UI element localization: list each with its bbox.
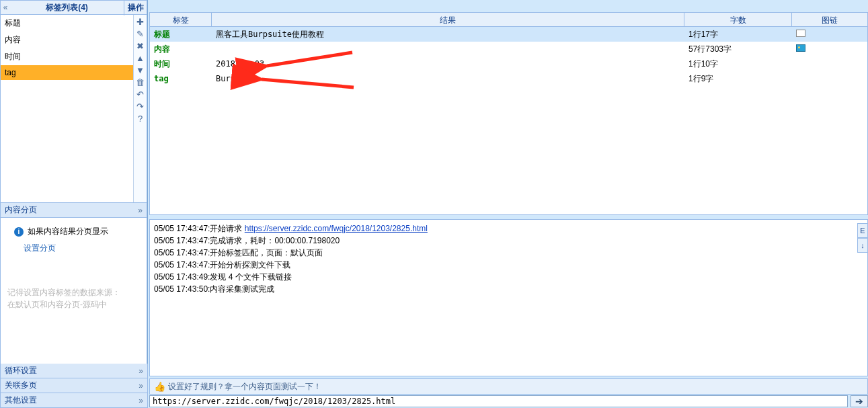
log-line: 05/05 17:43:47:开始标签匹配，页面：默认页面 [154, 247, 863, 259]
thumbs-up-icon: 👍 [154, 381, 165, 392]
move-down-icon[interactable]: ▼ [135, 65, 146, 75]
result-row-time[interactable]: 时间 2018-12-03 1行10字 [150, 56, 867, 71]
hint-line1: 记得设置内容标签的数据来源： [7, 286, 140, 298]
content-page-title: 内容分页 [5, 204, 37, 216]
row-label: 时间 [150, 58, 212, 70]
chevron-down-icon: » [138, 206, 143, 215]
tags-panel: « 标签列表(4) 操作 标题 内容 时间 tag ✚ ✎ ✖ ▲ ▼ 🗑 [0, 0, 147, 203]
redo-icon[interactable]: ↷ [135, 101, 146, 112]
ops-header: 操作 [124, 0, 147, 15]
results-body: 标题 黑客工具Burpsuite使用教程 1行17字 内容 57行7303字 时… [149, 27, 868, 215]
tag-item-time[interactable]: 时间 [1, 48, 133, 65]
row-count: 1行17字 [684, 29, 792, 40]
tag-item-content[interactable]: 内容 [1, 32, 133, 48]
row-label: tag [150, 74, 212, 83]
content-page-hint: 记得设置内容标签的数据来源： 在默认页和内容分页-源码中 [7, 286, 140, 311]
row-label: 标题 [150, 29, 212, 40]
chain-image-icon [796, 44, 805, 52]
row-result: 黑客工具Burpsuite使用教程 [212, 29, 684, 40]
footer-hint-bar: 👍 设置好了规则？拿一个内容页面测试一下！ [149, 378, 868, 395]
row-chain [792, 30, 867, 39]
side-btn-e[interactable]: E [857, 223, 868, 238]
col-count: 字数 [684, 13, 792, 26]
footer-text: 设置好了规则？拿一个内容页面测试一下！ [168, 381, 321, 393]
relate-title: 关联多页 [5, 380, 37, 391]
other-title: 其他设置 [5, 395, 37, 406]
tag-item-tag[interactable]: tag [1, 65, 133, 80]
log-line: 05/05 17:43:47:开始分析探测文件下载 [154, 259, 863, 271]
info-icon: i [14, 227, 24, 237]
loop-title: 循环设置 [5, 365, 37, 376]
row-result: Burpsuite [212, 74, 684, 83]
log-line: 05/05 17:43:49:发现 4 个文件下载链接 [154, 271, 863, 283]
row-count: 57行7303字 [684, 44, 792, 55]
col-chain: 图链 [792, 13, 867, 26]
tag-list: 标题 内容 时间 tag [1, 15, 133, 202]
content-page-text: 如果内容结果分页显示 [28, 226, 108, 237]
set-paging-link[interactable]: 设置分页 [24, 243, 140, 254]
chain-blank-icon [796, 30, 805, 37]
move-up-icon[interactable]: ▲ [135, 52, 146, 63]
log-line: 05/05 17:43:47:开始请求 https://server.zzidc… [154, 222, 863, 235]
ops-column: ✚ ✎ ✖ ▲ ▼ 🗑 ↶ ↷ ? [133, 15, 147, 202]
tag-item-title[interactable]: 标题 [1, 15, 133, 32]
edit-icon[interactable]: ✎ [135, 28, 146, 39]
row-label: 内容 [150, 44, 212, 55]
log-text: 05/05 17:43:47:开始请求 [154, 224, 245, 233]
relate-pages-header[interactable]: 关联多页 » [0, 378, 148, 393]
content-page-header[interactable]: 内容分页 » [0, 203, 147, 218]
help-icon[interactable]: ? [135, 113, 146, 124]
undo-icon[interactable]: ↶ [135, 89, 146, 99]
hint-line2: 在默认页和内容分页-源码中 [7, 298, 140, 311]
tags-panel-header: « 标签列表(4) 操作 [0, 0, 147, 15]
url-bar: ➔ [149, 395, 868, 408]
row-result: 2018-12-03 [212, 59, 684, 69]
delete-icon[interactable]: ✖ [135, 40, 146, 51]
side-buttons: E ↓ [857, 223, 868, 253]
other-settings-header[interactable]: 其他设置 » [0, 393, 148, 408]
results-header: 标签 结果 字数 图链 [149, 12, 868, 27]
chevron-icon: » [139, 366, 143, 376]
side-btn-down[interactable]: ↓ [857, 238, 868, 253]
result-row-tag[interactable]: tag Burpsuite 1行9字 [150, 71, 867, 86]
chevron-icon: » [139, 381, 143, 391]
row-count: 1行10字 [684, 58, 792, 70]
row-chain [792, 44, 867, 54]
tags-header-title: 标签列表(4) [10, 0, 124, 15]
url-go-button[interactable]: ➔ [851, 395, 868, 407]
loop-settings-header[interactable]: 循环设置 » [0, 364, 148, 378]
col-label: 标签 [150, 13, 212, 26]
row-count: 1行9字 [684, 73, 792, 85]
log-url-link[interactable]: https://server.zzidc.com/fwqjc/2018/1203… [245, 224, 428, 233]
url-input[interactable] [149, 395, 848, 407]
collapse-icon[interactable]: « [1, 3, 10, 12]
log-line: 05/05 17:43:50:内容采集测试完成 [154, 283, 863, 295]
result-row-title[interactable]: 标题 黑客工具Burpsuite使用教程 1行17字 [150, 27, 867, 42]
log-panel[interactable]: 05/05 17:43:47:开始请求 https://server.zzidc… [149, 219, 868, 376]
trash-icon[interactable]: 🗑 [135, 77, 146, 87]
add-icon[interactable]: ✚ [135, 16, 146, 27]
result-row-content[interactable]: 内容 57行7303字 [150, 42, 867, 56]
chevron-icon: » [139, 396, 143, 405]
log-line: 05/05 17:43:47:完成请求，耗时：00:00:00.7198020 [154, 235, 863, 247]
col-result: 结果 [212, 13, 684, 26]
